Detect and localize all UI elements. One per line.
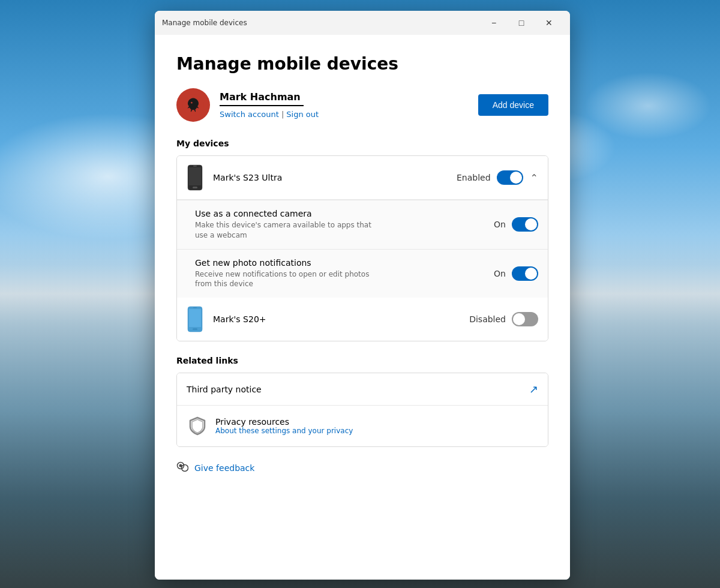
connected-camera-status: On bbox=[494, 220, 506, 229]
connected-camera-info: Use as a connected camera Make this devi… bbox=[195, 209, 494, 241]
privacy-resources-row[interactable]: Privacy resources About these settings a… bbox=[177, 406, 548, 446]
toggle-thumb bbox=[513, 313, 525, 325]
privacy-resources-title: Privacy resources bbox=[215, 417, 538, 427]
maximize-button[interactable]: □ bbox=[508, 13, 535, 32]
user-details: Mark Hachman Switch account | Sign out bbox=[220, 91, 319, 119]
connected-camera-toggle[interactable] bbox=[512, 217, 538, 232]
phone-dark-icon bbox=[187, 164, 203, 191]
titlebar-controls: − □ ✕ bbox=[480, 13, 563, 32]
third-party-notice-title: Third party notice bbox=[187, 385, 529, 394]
svg-rect-9 bbox=[193, 307, 197, 308]
svg-rect-4 bbox=[193, 187, 197, 188]
svg-point-1 bbox=[191, 102, 193, 104]
titlebar-title: Manage mobile devices bbox=[162, 19, 247, 27]
link-separator: | bbox=[281, 110, 284, 119]
photo-notifications-status: On bbox=[494, 269, 506, 278]
toggle-thumb bbox=[510, 172, 522, 184]
toggle-track[interactable] bbox=[512, 312, 538, 326]
minimize-button[interactable]: − bbox=[480, 13, 508, 32]
svg-point-12 bbox=[179, 464, 182, 467]
privacy-resources-text: Privacy resources About these settings a… bbox=[215, 417, 538, 435]
device-row-s23-header: Mark's S23 Ultra Enabled ⌃ bbox=[177, 156, 548, 200]
add-device-button[interactable]: Add device bbox=[478, 94, 548, 116]
svg-rect-3 bbox=[189, 167, 201, 185]
username-underline bbox=[220, 105, 304, 106]
toggle-track[interactable] bbox=[497, 170, 523, 185]
titlebar: Manage mobile devices − □ ✕ bbox=[155, 11, 570, 35]
device-row-s20: Mark's S20+ Disabled bbox=[177, 298, 548, 341]
device-s23-status: Enabled bbox=[457, 173, 491, 182]
devices-container: Mark's S23 Ultra Enabled ⌃ Use as a conn bbox=[176, 155, 548, 341]
photo-notifications-row: Get new photo notifications Receive new … bbox=[177, 249, 548, 298]
user-info: Mark Hachman Switch account | Sign out bbox=[176, 88, 319, 122]
phone-blue-icon bbox=[187, 306, 203, 332]
avatar bbox=[176, 88, 210, 122]
user-section: Mark Hachman Switch account | Sign out A… bbox=[176, 88, 548, 122]
privacy-resources-subtitle[interactable]: About these settings and your privacy bbox=[215, 427, 538, 435]
svg-rect-8 bbox=[193, 328, 197, 330]
svg-rect-7 bbox=[189, 309, 201, 327]
toggle-track[interactable] bbox=[512, 217, 538, 232]
device-s23-toggle[interactable] bbox=[497, 170, 523, 185]
toggle-track[interactable] bbox=[512, 266, 538, 281]
device-row-s23: Mark's S23 Ultra Enabled ⌃ Use as a conn bbox=[177, 156, 548, 298]
chevron-up-icon[interactable]: ⌃ bbox=[530, 172, 538, 184]
feedback-icon bbox=[176, 461, 188, 475]
toggle-thumb bbox=[525, 218, 537, 230]
page-title: Manage mobile devices bbox=[176, 54, 548, 74]
sign-out-link[interactable]: Sign out bbox=[286, 110, 319, 119]
related-links-section: Related links Third party notice ↗︎ bbox=[176, 356, 548, 447]
device-s20-toggle[interactable] bbox=[512, 312, 538, 326]
device-s20-name: Mark's S20+ bbox=[213, 314, 469, 324]
switch-account-link[interactable]: Switch account bbox=[220, 110, 279, 119]
device-s23-sub-settings: Use as a connected camera Make this devi… bbox=[177, 200, 548, 298]
svg-rect-5 bbox=[193, 166, 197, 167]
feedback-label[interactable]: Give feedback bbox=[194, 463, 254, 473]
connected-camera-row: Use as a connected camera Make this devi… bbox=[177, 200, 548, 249]
content-area: Manage mobile devices Mark Hachman bbox=[155, 35, 570, 580]
device-s20-status: Disabled bbox=[469, 314, 506, 324]
connected-camera-desc: Make this device's camera available to a… bbox=[195, 220, 375, 241]
username: Mark Hachman bbox=[220, 91, 319, 103]
photo-notifications-title: Get new photo notifications bbox=[195, 258, 494, 268]
toggle-thumb bbox=[525, 268, 537, 280]
external-link-icon: ↗︎ bbox=[529, 383, 538, 395]
third-party-notice-text: Third party notice bbox=[187, 385, 529, 394]
app-window: Manage mobile devices − □ ✕ Manage mobil… bbox=[155, 11, 570, 580]
related-links-container: Third party notice ↗︎ Privacy resources bbox=[176, 373, 548, 447]
related-links-heading: Related links bbox=[176, 356, 548, 365]
my-devices-heading: My devices bbox=[176, 139, 548, 148]
user-links: Switch account | Sign out bbox=[220, 110, 319, 119]
photo-notifications-info: Get new photo notifications Receive new … bbox=[195, 258, 494, 290]
close-button[interactable]: ✕ bbox=[535, 13, 563, 32]
feedback-row[interactable]: Give feedback bbox=[176, 461, 548, 475]
third-party-notice-row[interactable]: Third party notice ↗︎ bbox=[177, 373, 548, 406]
device-s23-name: Mark's S23 Ultra bbox=[213, 173, 457, 182]
connected-camera-title: Use as a connected camera bbox=[195, 209, 494, 218]
shield-icon bbox=[187, 415, 208, 437]
photo-notifications-desc: Receive new notifications to open or edi… bbox=[195, 269, 375, 290]
photo-notifications-toggle[interactable] bbox=[512, 266, 538, 281]
